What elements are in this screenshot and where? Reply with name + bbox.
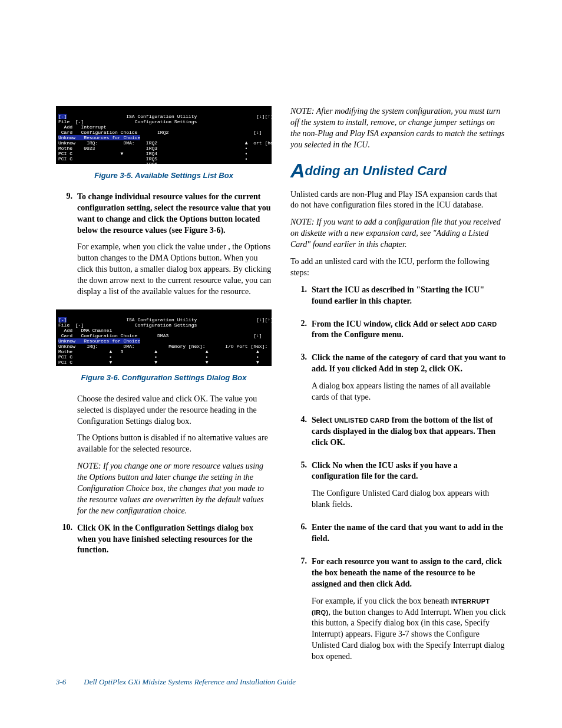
step-number: 3.: [290, 353, 312, 409]
step-instruction: Enter the name of the card that you want…: [312, 522, 506, 545]
step-3: 3.Click the name of the category of card…: [290, 353, 506, 409]
figure-3-5: [-] ISA Configuration Utility [↓][↑] Fil…: [56, 106, 272, 181]
step-9-note: NOTE: If you change one or more resource…: [77, 461, 272, 516]
step-instruction: Select UNLISTED CARD from the bottom of …: [312, 415, 506, 449]
step-instruction: Click No when the ICU asks if you have a…: [312, 460, 506, 483]
step-follow: The Configure Unlisted Card dialog box a…: [312, 488, 506, 510]
heading-dropcap: A: [290, 159, 305, 182]
figure-3-6-image: [-] ISA Configuration Utility [↓][↑] Fil…: [56, 309, 272, 366]
section-note: NOTE: If you want to add a configuration…: [290, 217, 506, 251]
step-7: 7.For each resource you want to assign t…: [290, 556, 506, 668]
section-lead: To add an unlisted card with the ICU, pe…: [290, 256, 506, 279]
step-number: 6.: [290, 522, 312, 551]
step-instruction: Click the name of the category of card t…: [312, 353, 506, 375]
step-number: 5.: [290, 460, 312, 517]
small-caps-term: UNLISTED CARD: [334, 417, 389, 424]
footer-title: Dell OptiPlex GXi Midsize Systems Refere…: [84, 677, 296, 686]
top-note: NOTE: After modifying the system configu…: [290, 106, 506, 151]
step-5: 5.Click No when the ICU asks if you have…: [290, 460, 506, 517]
step-follow: A dialog box appears listing the names o…: [312, 381, 506, 403]
step-number: 7.: [290, 556, 312, 668]
step-9: 9. To change individual resource values …: [56, 192, 272, 304]
step-9-paragraph-2: Choose the desired value and click OK. T…: [77, 394, 272, 427]
step-1: 1.Start the ICU as described in "Startin…: [290, 285, 506, 313]
step-6: 6.Enter the name of the card that you wa…: [290, 522, 506, 551]
step-number: 9.: [56, 192, 77, 304]
step-number: 1.: [290, 285, 312, 313]
step-instruction: From the ICU window, click Add or select…: [312, 319, 506, 341]
step-2: 2.From the ICU window, click Add or sele…: [290, 319, 506, 347]
step-instruction: Start the ICU as described in "Starting …: [312, 285, 506, 307]
step-number: 4.: [290, 415, 312, 454]
step-9-paragraph-3: The Options button is disabled if no alt…: [77, 433, 272, 455]
small-caps-term: ADD CARD: [461, 321, 497, 328]
figure-3-6: [-] ISA Configuration Utility [↓][↑] Fil…: [56, 309, 272, 383]
step-instruction: For each resource you want to assign to …: [312, 556, 506, 590]
step-9-paragraph-1: For example, when you click the value un…: [77, 242, 272, 297]
step-9-instruction: To change individual resource values for…: [77, 192, 272, 236]
page-number: 3-6: [56, 677, 82, 687]
step-10: 10. Click OK in the Configuration Settin…: [56, 523, 272, 562]
figure-3-5-caption: Figure 3-5. Available Settings List Box: [56, 171, 272, 181]
figure-3-5-image: [-] ISA Configuration Utility [↓][↑] Fil…: [56, 106, 272, 164]
step-number: 10.: [56, 523, 77, 562]
step-4: 4.Select UNLISTED CARD from the bottom o…: [290, 415, 506, 454]
step-number: 2.: [290, 319, 312, 347]
section-intro: Unlisted cards are non-Plug and Play ISA…: [290, 189, 506, 212]
heading-text: dding an Unlisted Card: [305, 163, 447, 178]
step-follow: For example, if you click the box beneat…: [312, 596, 506, 663]
section-heading-adding-unlisted-card: Adding an Unlisted Card: [290, 159, 506, 182]
small-caps-term: INTERRUPT (IRQ): [312, 598, 490, 616]
step-10-instruction: Click OK in the Configuration Settings d…: [77, 523, 272, 556]
page-footer: 3-6 Dell OptiPlex GXi Midsize Systems Re…: [56, 677, 296, 687]
figure-3-6-caption: Figure 3-6. Configuration Settings Dialo…: [56, 373, 272, 383]
